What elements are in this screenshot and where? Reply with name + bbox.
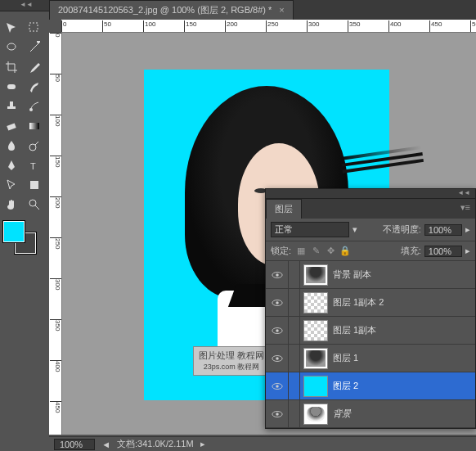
fill-dropdown-icon[interactable]: ▸ bbox=[465, 246, 470, 256]
blend-mode-select[interactable]: 正常 bbox=[271, 222, 349, 237]
layer-list: 背景 副本图层 1副本 2图层 1副本图层 1图层 2背景 bbox=[266, 261, 475, 428]
layer-thumbnail[interactable] bbox=[303, 264, 328, 286]
layer-row[interactable]: 背景 bbox=[266, 400, 475, 428]
selection-tool[interactable] bbox=[24, 19, 45, 37]
link-column bbox=[289, 372, 300, 399]
layer-name[interactable]: 图层 1副本 bbox=[331, 324, 475, 336]
close-icon[interactable]: × bbox=[279, 5, 284, 15]
hand-tool[interactable] bbox=[1, 196, 22, 214]
svg-rect-2 bbox=[7, 84, 16, 89]
opacity-input[interactable]: 100% bbox=[424, 224, 462, 236]
ruler-tick: 400 bbox=[50, 360, 61, 372]
panel-collapse[interactable] bbox=[266, 189, 475, 199]
layer-thumbnail[interactable] bbox=[303, 404, 328, 425]
lock-all-icon[interactable]: 🔒 bbox=[339, 246, 352, 257]
shape-tool[interactable] bbox=[24, 176, 45, 194]
layer-row[interactable]: 图层 1副本 2 bbox=[266, 289, 475, 317]
svg-rect-5 bbox=[29, 123, 39, 129]
ruler-tick: 300 bbox=[307, 20, 319, 32]
gradient-tool[interactable] bbox=[24, 117, 45, 135]
fill-input[interactable]: 100% bbox=[424, 246, 462, 257]
layer-row[interactable]: 图层 1 bbox=[266, 345, 475, 372]
ruler-tick: 200 bbox=[50, 196, 61, 208]
layer-name[interactable]: 图层 2 bbox=[331, 380, 475, 392]
svg-point-1 bbox=[7, 43, 16, 50]
visibility-toggle[interactable] bbox=[266, 261, 289, 288]
tab-title: 200874145120563_2.jpg @ 100% (图层 2, RGB/… bbox=[58, 5, 272, 15]
heal-tool[interactable] bbox=[1, 78, 22, 96]
layers-tab[interactable]: 图层 bbox=[266, 199, 302, 219]
layer-name[interactable]: 背景 副本 bbox=[331, 268, 475, 281]
ruler-tick: 250 bbox=[266, 20, 278, 32]
layer-thumbnail[interactable] bbox=[303, 348, 328, 369]
svg-point-9 bbox=[29, 200, 36, 206]
svg-rect-4 bbox=[7, 123, 16, 130]
lock-transparency-icon[interactable]: ▦ bbox=[294, 246, 308, 257]
toolbox: T bbox=[0, 11, 49, 451]
svg-point-17 bbox=[276, 357, 279, 360]
info-menu-icon[interactable]: ▸ bbox=[200, 439, 205, 449]
layer-name[interactable]: 背景 bbox=[331, 408, 475, 420]
ruler-tick: 500 bbox=[470, 20, 476, 32]
opacity-label: 不透明度: bbox=[383, 223, 421, 236]
ruler-tick: 50 bbox=[102, 20, 111, 32]
ruler-tick: 300 bbox=[50, 278, 61, 290]
scroll-left-icon[interactable]: ◄ bbox=[101, 440, 110, 449]
ruler-tick: 450 bbox=[429, 20, 442, 32]
visibility-toggle[interactable] bbox=[266, 372, 289, 399]
wand-tool[interactable] bbox=[24, 38, 45, 56]
pen-tool[interactable] bbox=[1, 156, 22, 174]
layer-name[interactable]: 图层 1副本 2 bbox=[331, 296, 475, 309]
svg-point-13 bbox=[276, 301, 279, 304]
visibility-toggle[interactable] bbox=[266, 317, 289, 344]
ruler-tick: 200 bbox=[225, 20, 237, 32]
svg-text:T: T bbox=[30, 161, 36, 171]
lasso-tool[interactable] bbox=[1, 38, 22, 56]
layer-name[interactable]: 图层 1 bbox=[331, 352, 475, 364]
ruler-tick: 250 bbox=[50, 237, 61, 249]
blur-tool[interactable] bbox=[1, 137, 22, 155]
link-column bbox=[289, 345, 300, 372]
panel-menu-icon[interactable]: ▾≡ bbox=[456, 199, 475, 219]
path-select-tool[interactable] bbox=[1, 176, 22, 194]
dodge-tool[interactable] bbox=[24, 137, 45, 155]
svg-rect-8 bbox=[30, 181, 38, 189]
ruler-tick: 100 bbox=[50, 115, 61, 126]
blend-mode-value: 正常 bbox=[275, 224, 293, 234]
doc-info: 文档:341.0K/2.11M bbox=[117, 438, 194, 450]
opacity-dropdown-icon[interactable]: ▸ bbox=[465, 224, 470, 235]
brush-tool[interactable] bbox=[24, 78, 45, 96]
toolbox-collapse[interactable] bbox=[0, 0, 49, 11]
fill-label: 填充: bbox=[401, 245, 421, 257]
eraser-tool[interactable] bbox=[1, 117, 22, 135]
ruler-tick: 0 bbox=[50, 33, 61, 37]
foreground-color-swatch[interactable] bbox=[3, 221, 25, 242]
zoom-input[interactable]: 100% bbox=[54, 439, 95, 450]
layer-thumbnail[interactable] bbox=[303, 292, 328, 313]
stamp-tool[interactable] bbox=[1, 97, 22, 115]
document-tab[interactable]: 200874145120563_2.jpg @ 100% (图层 2, RGB/… bbox=[49, 0, 294, 20]
layer-row[interactable]: 图层 1副本 bbox=[266, 317, 475, 345]
layer-thumbnail[interactable] bbox=[303, 376, 328, 397]
crop-tool[interactable] bbox=[1, 58, 22, 76]
visibility-toggle[interactable] bbox=[266, 289, 289, 316]
watermark-title: 图片处理 教程网 bbox=[199, 350, 264, 362]
eyedropper-tool[interactable] bbox=[24, 58, 45, 76]
layer-row[interactable]: 图层 2 bbox=[266, 372, 475, 400]
move-tool[interactable] bbox=[1, 19, 22, 37]
ruler-tick: 0 bbox=[61, 20, 66, 32]
visibility-toggle[interactable] bbox=[266, 400, 289, 427]
layer-thumbnail[interactable] bbox=[303, 320, 328, 341]
lock-position-icon[interactable]: ✥ bbox=[324, 246, 337, 257]
type-tool[interactable]: T bbox=[24, 156, 45, 174]
zoom-tool[interactable] bbox=[24, 196, 45, 214]
history-brush-tool[interactable] bbox=[24, 97, 45, 115]
blend-dropdown-icon[interactable]: ▾ bbox=[353, 224, 357, 235]
ruler-tick: 150 bbox=[50, 156, 61, 167]
lock-pixels-icon[interactable]: ✎ bbox=[309, 246, 322, 257]
svg-point-19 bbox=[276, 385, 279, 388]
layer-row[interactable]: 背景 副本 bbox=[266, 261, 475, 289]
link-column bbox=[289, 261, 300, 288]
svg-point-15 bbox=[276, 329, 279, 332]
visibility-toggle[interactable] bbox=[266, 345, 289, 372]
